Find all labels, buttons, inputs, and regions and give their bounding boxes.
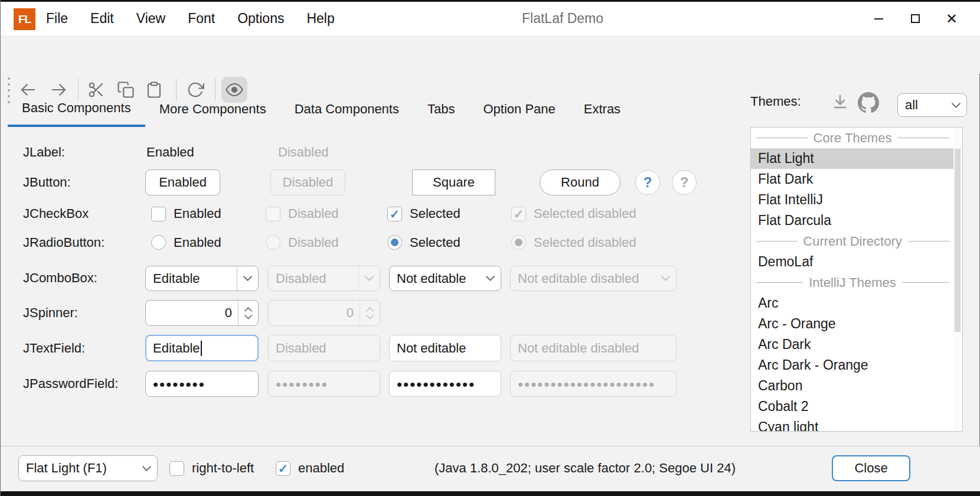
laf-selector-combobox[interactable]: Flat Light (F1) bbox=[18, 455, 158, 481]
radio-disabled bbox=[266, 235, 280, 250]
chevron-up-icon bbox=[366, 307, 374, 312]
jpasswordfield-row-label: JPasswordField: bbox=[23, 376, 118, 391]
tab-option-pane[interactable]: Option Pane bbox=[469, 92, 569, 127]
tab-data-components[interactable]: Data Components bbox=[280, 92, 413, 127]
jbutton-row-label: JButton: bbox=[23, 175, 71, 190]
close-window-button[interactable]: ✕ bbox=[933, 2, 970, 35]
round-button[interactable]: Round bbox=[540, 169, 620, 195]
tab-tabs[interactable]: Tabs bbox=[413, 92, 469, 127]
maximize-icon bbox=[911, 14, 920, 23]
theme-item-flat-dark[interactable]: Flat Dark bbox=[751, 169, 954, 190]
spinner-arrows[interactable] bbox=[238, 301, 258, 325]
theme-item-cyan-light[interactable]: Cyan light bbox=[751, 417, 954, 432]
theme-item-flat-intellij[interactable]: Flat IntelliJ bbox=[751, 190, 954, 210]
jtextfield-row-label: JTextField: bbox=[23, 341, 85, 356]
close-button[interactable]: Close bbox=[832, 455, 910, 481]
minimize-icon bbox=[874, 18, 883, 19]
radio-selected-disabled-label: Selected disabled bbox=[534, 235, 636, 250]
right-to-left-checkbox[interactable] bbox=[169, 461, 184, 476]
tabbar: Basic Components More Components Data Co… bbox=[8, 92, 635, 127]
textfield-disabled: Disabled bbox=[268, 335, 380, 361]
themes-scrollbar[interactable] bbox=[953, 128, 962, 430]
theme-item-arc-orange[interactable]: Arc - Orange bbox=[751, 314, 954, 334]
statusbar: Flat Light (F1) right-to-left ✓ enabled … bbox=[1, 446, 980, 491]
themes-list: Core Themes Flat Light Flat Dark Flat In… bbox=[750, 127, 963, 432]
checkmark-icon: ✓ bbox=[514, 208, 524, 220]
radio-selected[interactable] bbox=[387, 235, 402, 250]
textfield-editable[interactable]: Editable bbox=[145, 335, 259, 361]
passwordfield-not-editable-disabled: ••••••••••••••••••••• bbox=[510, 371, 677, 397]
chevron-down-icon bbox=[655, 266, 676, 291]
titlebar[interactable]: FL File Edit View Font Options Help Flat… bbox=[1, 2, 980, 35]
chevron-down-icon bbox=[358, 266, 380, 291]
checkbox-selected[interactable]: ✓ bbox=[387, 207, 402, 221]
combobox-not-editable-disabled: Not editable disabled bbox=[510, 266, 677, 291]
menubar: File Edit View Font Options Help bbox=[35, 2, 346, 35]
menu-file[interactable]: File bbox=[35, 2, 79, 35]
combobox-not-editable[interactable]: Not editable bbox=[389, 266, 501, 291]
textfield-not-editable[interactable]: Not editable bbox=[389, 335, 501, 361]
radio-enabled[interactable] bbox=[151, 235, 166, 250]
github-link-button[interactable] bbox=[857, 91, 880, 115]
combobox-editable[interactable]: Editable bbox=[145, 266, 259, 291]
passwordfield-disabled: •••••••• bbox=[268, 371, 380, 397]
help-button-disabled: ? bbox=[672, 170, 697, 195]
radio-selected-label[interactable]: Selected bbox=[410, 235, 460, 250]
passwordfield-not-editable[interactable]: •••••••••••• bbox=[389, 371, 501, 397]
spinner-disabled: 0 bbox=[268, 300, 380, 326]
themes-filter-combobox[interactable]: all bbox=[897, 93, 967, 117]
theme-item-arc-dark-orange[interactable]: Arc Dark - Orange bbox=[751, 355, 954, 376]
theme-item-arc-dark[interactable]: Arc Dark bbox=[751, 334, 954, 355]
spinner-enabled[interactable]: 0 bbox=[145, 300, 259, 326]
tab-extras[interactable]: Extras bbox=[570, 92, 635, 127]
enabled-checkbox[interactable]: ✓ bbox=[276, 461, 290, 476]
tab-basic-components[interactable]: Basic Components bbox=[8, 92, 145, 127]
scrollbar-thumb[interactable] bbox=[955, 149, 961, 332]
chevron-up-icon bbox=[244, 307, 252, 312]
checkbox-selected-disabled: ✓ bbox=[511, 207, 526, 221]
theme-item-cobalt-2[interactable]: Cobalt 2 bbox=[751, 396, 954, 417]
textfield-not-editable-disabled: Not editable disabled bbox=[510, 335, 677, 361]
tab-more-components[interactable]: More Components bbox=[145, 92, 280, 127]
spinner-arrows bbox=[360, 301, 380, 325]
checkbox-enabled-label[interactable]: Enabled bbox=[174, 206, 221, 221]
chevron-down-icon bbox=[136, 456, 157, 481]
disabled-button: Disabled bbox=[270, 169, 345, 195]
square-button[interactable]: Square bbox=[412, 169, 495, 195]
minimize-button[interactable] bbox=[860, 2, 897, 35]
window-controls: ✕ bbox=[860, 2, 970, 35]
theme-item-flat-light[interactable]: Flat Light bbox=[751, 148, 954, 169]
github-icon bbox=[858, 92, 879, 113]
theme-item-demolaf[interactable]: DemoLaf bbox=[751, 252, 954, 272]
maximize-button[interactable] bbox=[897, 2, 933, 35]
menu-help[interactable]: Help bbox=[295, 2, 345, 35]
theme-item-arc[interactable]: Arc bbox=[751, 293, 954, 314]
passwordfield-editable[interactable]: •••••••• bbox=[145, 371, 259, 397]
checkbox-disabled bbox=[266, 207, 280, 221]
right-to-left-label[interactable]: right-to-left bbox=[192, 461, 254, 476]
theme-item-flat-darcula[interactable]: Flat Darcula bbox=[751, 210, 954, 231]
theme-item-carbon[interactable]: Carbon bbox=[751, 376, 954, 396]
menu-edit[interactable]: Edit bbox=[79, 2, 125, 35]
flatlaf-demo-window: FL File Edit View Font Options Help Flat… bbox=[0, 0, 980, 496]
chevron-down-icon bbox=[366, 315, 374, 319]
enabled-button[interactable]: Enabled bbox=[145, 169, 220, 195]
themes-label: Themes: bbox=[750, 94, 801, 109]
download-theme-button[interactable] bbox=[828, 91, 852, 115]
status-info-text: (Java 1.8.0_202; user scale factor 2.0; … bbox=[390, 461, 780, 476]
window-bottom-border bbox=[1, 491, 980, 496]
radio-selected-disabled bbox=[511, 235, 526, 250]
enabled-checkbox-label[interactable]: enabled bbox=[298, 461, 344, 476]
menu-font[interactable]: Font bbox=[177, 2, 226, 35]
jlabel-row-label: JLabel: bbox=[23, 145, 65, 160]
checkbox-enabled[interactable] bbox=[151, 207, 166, 221]
checkbox-selected-disabled-label: Selected disabled bbox=[534, 206, 636, 221]
help-button[interactable]: ? bbox=[635, 170, 660, 195]
checkbox-selected-label[interactable]: Selected bbox=[410, 206, 460, 221]
radio-enabled-label[interactable]: Enabled bbox=[174, 235, 221, 250]
menu-options[interactable]: Options bbox=[226, 2, 295, 35]
menu-view[interactable]: View bbox=[125, 2, 177, 35]
jlabel-disabled: Disabled bbox=[278, 145, 329, 160]
close-icon: ✕ bbox=[946, 12, 958, 26]
jlabel-enabled: Enabled bbox=[146, 145, 194, 160]
